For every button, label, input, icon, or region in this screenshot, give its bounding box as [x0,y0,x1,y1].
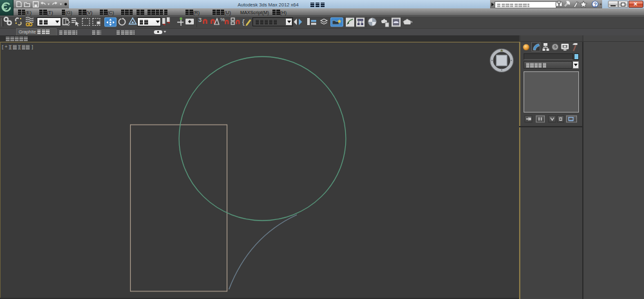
svg-text:%: % [220,17,225,23]
svg-text:?: ? [594,1,597,8]
svg-text:3: 3 [198,17,202,23]
svg-text:{: { [242,18,245,26]
